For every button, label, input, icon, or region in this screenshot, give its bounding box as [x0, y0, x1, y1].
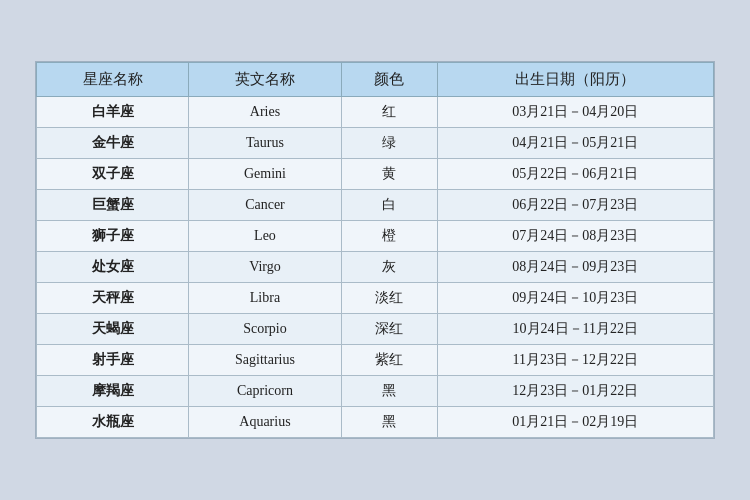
cell-color: 深红	[341, 314, 437, 345]
table-row: 天秤座Libra淡红09月24日－10月23日	[37, 283, 714, 314]
cell-date: 07月24日－08月23日	[437, 221, 713, 252]
cell-chinese-name: 摩羯座	[37, 376, 189, 407]
cell-english-name: Scorpio	[189, 314, 341, 345]
table-row: 水瓶座Aquarius黑01月21日－02月19日	[37, 407, 714, 438]
cell-english-name: Taurus	[189, 128, 341, 159]
cell-date: 09月24日－10月23日	[437, 283, 713, 314]
cell-color: 橙	[341, 221, 437, 252]
table-row: 摩羯座Capricorn黑12月23日－01月22日	[37, 376, 714, 407]
cell-color: 黄	[341, 159, 437, 190]
cell-date: 04月21日－05月21日	[437, 128, 713, 159]
cell-english-name: Capricorn	[189, 376, 341, 407]
table-row: 狮子座Leo橙07月24日－08月23日	[37, 221, 714, 252]
cell-color: 灰	[341, 252, 437, 283]
table-row: 双子座Gemini黄05月22日－06月21日	[37, 159, 714, 190]
cell-chinese-name: 射手座	[37, 345, 189, 376]
cell-color: 黑	[341, 407, 437, 438]
cell-color: 黑	[341, 376, 437, 407]
cell-chinese-name: 天蝎座	[37, 314, 189, 345]
table-row: 处女座Virgo灰08月24日－09月23日	[37, 252, 714, 283]
zodiac-table-container: 星座名称 英文名称 颜色 出生日期（阳历） 白羊座Aries红03月21日－04…	[35, 61, 715, 439]
table-row: 巨蟹座Cancer白06月22日－07月23日	[37, 190, 714, 221]
table-row: 天蝎座Scorpio深红10月24日－11月22日	[37, 314, 714, 345]
header-chinese-name: 星座名称	[37, 63, 189, 97]
header-color: 颜色	[341, 63, 437, 97]
cell-date: 11月23日－12月22日	[437, 345, 713, 376]
cell-date: 06月22日－07月23日	[437, 190, 713, 221]
table-row: 白羊座Aries红03月21日－04月20日	[37, 97, 714, 128]
cell-chinese-name: 金牛座	[37, 128, 189, 159]
table-body: 白羊座Aries红03月21日－04月20日金牛座Taurus绿04月21日－0…	[37, 97, 714, 438]
cell-chinese-name: 巨蟹座	[37, 190, 189, 221]
table-row: 射手座Sagittarius紫红11月23日－12月22日	[37, 345, 714, 376]
table-row: 金牛座Taurus绿04月21日－05月21日	[37, 128, 714, 159]
cell-color: 淡红	[341, 283, 437, 314]
zodiac-table: 星座名称 英文名称 颜色 出生日期（阳历） 白羊座Aries红03月21日－04…	[36, 62, 714, 438]
cell-chinese-name: 白羊座	[37, 97, 189, 128]
cell-chinese-name: 水瓶座	[37, 407, 189, 438]
cell-english-name: Libra	[189, 283, 341, 314]
cell-english-name: Aries	[189, 97, 341, 128]
cell-chinese-name: 处女座	[37, 252, 189, 283]
cell-chinese-name: 天秤座	[37, 283, 189, 314]
cell-english-name: Virgo	[189, 252, 341, 283]
cell-color: 红	[341, 97, 437, 128]
cell-english-name: Aquarius	[189, 407, 341, 438]
cell-english-name: Gemini	[189, 159, 341, 190]
cell-date: 05月22日－06月21日	[437, 159, 713, 190]
cell-date: 12月23日－01月22日	[437, 376, 713, 407]
cell-english-name: Cancer	[189, 190, 341, 221]
cell-chinese-name: 狮子座	[37, 221, 189, 252]
cell-color: 绿	[341, 128, 437, 159]
header-date: 出生日期（阳历）	[437, 63, 713, 97]
cell-english-name: Leo	[189, 221, 341, 252]
cell-date: 01月21日－02月19日	[437, 407, 713, 438]
cell-chinese-name: 双子座	[37, 159, 189, 190]
cell-color: 白	[341, 190, 437, 221]
cell-english-name: Sagittarius	[189, 345, 341, 376]
cell-color: 紫红	[341, 345, 437, 376]
cell-date: 03月21日－04月20日	[437, 97, 713, 128]
cell-date: 08月24日－09月23日	[437, 252, 713, 283]
header-english-name: 英文名称	[189, 63, 341, 97]
cell-date: 10月24日－11月22日	[437, 314, 713, 345]
table-header-row: 星座名称 英文名称 颜色 出生日期（阳历）	[37, 63, 714, 97]
